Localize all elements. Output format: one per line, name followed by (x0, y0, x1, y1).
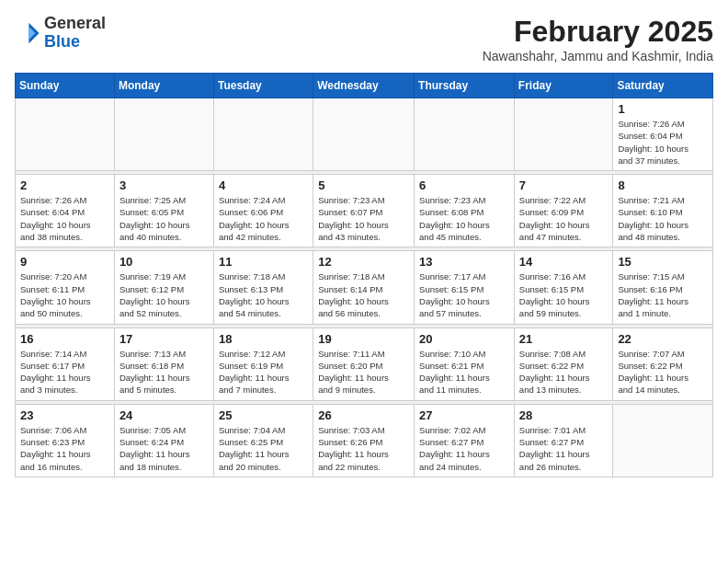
calendar-cell: 2Sunrise: 7:26 AM Sunset: 6:04 PM Daylig… (16, 175, 115, 247)
day-number: 23 (20, 408, 109, 422)
calendar-cell: 23Sunrise: 7:06 AM Sunset: 6:23 PM Dayli… (16, 404, 115, 477)
day-info: Sunrise: 7:07 AM Sunset: 6:22 PM Dayligh… (618, 348, 708, 396)
day-info: Sunrise: 7:19 AM Sunset: 6:12 PM Dayligh… (119, 270, 209, 319)
weekday-header-saturday: Saturday (613, 74, 713, 98)
weekday-header-tuesday: Tuesday (213, 74, 313, 98)
day-info: Sunrise: 7:15 AM Sunset: 6:16 PM Dayligh… (618, 270, 708, 319)
logo-icon (15, 20, 40, 46)
day-number: 5 (318, 178, 409, 192)
calendar-cell: 9Sunrise: 7:20 AM Sunset: 6:11 PM Daylig… (16, 251, 115, 324)
calendar-cell (16, 98, 115, 171)
calendar-cell: 26Sunrise: 7:03 AM Sunset: 6:26 PM Dayli… (313, 404, 415, 477)
day-number: 24 (119, 408, 209, 422)
day-number: 9 (20, 255, 109, 269)
calendar-cell: 19Sunrise: 7:11 AM Sunset: 6:20 PM Dayli… (313, 327, 415, 400)
calendar-cell: 7Sunrise: 7:22 AM Sunset: 6:09 PM Daylig… (514, 175, 613, 247)
calendar-cell: 12Sunrise: 7:18 AM Sunset: 6:14 PM Dayli… (313, 251, 415, 324)
calendar-cell (415, 98, 515, 171)
calendar-table: SundayMondayTuesdayWednesdayThursdayFrid… (15, 73, 713, 477)
day-info: Sunrise: 7:21 AM Sunset: 6:10 PM Dayligh… (618, 194, 708, 243)
day-info: Sunrise: 7:10 AM Sunset: 6:21 PM Dayligh… (419, 348, 509, 396)
logo-general: General (44, 14, 106, 32)
calendar-cell (313, 98, 415, 171)
calendar-cell: 25Sunrise: 7:04 AM Sunset: 6:25 PM Dayli… (213, 404, 313, 477)
day-number: 13 (419, 255, 509, 269)
day-number: 3 (119, 178, 209, 192)
day-number: 26 (318, 408, 409, 422)
calendar-cell: 15Sunrise: 7:15 AM Sunset: 6:16 PM Dayli… (613, 251, 713, 324)
month-year: February 2025 (483, 15, 713, 49)
calendar-cell: 6Sunrise: 7:23 AM Sunset: 6:08 PM Daylig… (415, 175, 515, 247)
day-number: 1 (618, 102, 708, 116)
day-number: 21 (519, 332, 609, 346)
day-info: Sunrise: 7:13 AM Sunset: 6:18 PM Dayligh… (119, 348, 209, 396)
calendar-cell: 27Sunrise: 7:02 AM Sunset: 6:27 PM Dayli… (415, 404, 515, 477)
day-info: Sunrise: 7:26 AM Sunset: 6:04 PM Dayligh… (618, 118, 708, 167)
day-info: Sunrise: 7:06 AM Sunset: 6:23 PM Dayligh… (20, 424, 109, 473)
calendar-cell: 28Sunrise: 7:01 AM Sunset: 6:27 PM Dayli… (514, 404, 613, 477)
week-row-1: 1Sunrise: 7:26 AM Sunset: 6:04 PM Daylig… (16, 98, 713, 171)
calendar-cell: 24Sunrise: 7:05 AM Sunset: 6:24 PM Dayli… (114, 404, 213, 477)
day-info: Sunrise: 7:02 AM Sunset: 6:27 PM Dayligh… (419, 424, 509, 473)
calendar-cell: 8Sunrise: 7:21 AM Sunset: 6:10 PM Daylig… (613, 175, 713, 247)
day-number: 11 (219, 255, 308, 269)
day-number: 8 (618, 178, 708, 192)
day-number: 12 (318, 255, 409, 269)
weekday-header-monday: Monday (114, 74, 213, 98)
week-row-3: 9Sunrise: 7:20 AM Sunset: 6:11 PM Daylig… (16, 251, 713, 324)
day-info: Sunrise: 7:26 AM Sunset: 6:04 PM Dayligh… (20, 194, 109, 243)
day-info: Sunrise: 7:04 AM Sunset: 6:25 PM Dayligh… (219, 424, 308, 473)
weekday-header-row: SundayMondayTuesdayWednesdayThursdayFrid… (16, 74, 713, 98)
day-number: 27 (419, 408, 509, 422)
location: Nawanshahr, Jammu and Kashmir, India (483, 49, 713, 63)
calendar-cell: 11Sunrise: 7:18 AM Sunset: 6:13 PM Dayli… (213, 251, 313, 324)
day-number: 7 (519, 178, 609, 192)
day-number: 14 (519, 255, 609, 269)
calendar-cell: 13Sunrise: 7:17 AM Sunset: 6:15 PM Dayli… (415, 251, 515, 324)
day-number: 16 (20, 332, 109, 346)
day-info: Sunrise: 7:01 AM Sunset: 6:27 PM Dayligh… (519, 424, 609, 473)
day-number: 4 (219, 178, 308, 192)
calendar-cell: 3Sunrise: 7:25 AM Sunset: 6:05 PM Daylig… (114, 175, 213, 247)
weekday-header-friday: Friday (514, 74, 613, 98)
day-number: 25 (219, 408, 308, 422)
day-info: Sunrise: 7:20 AM Sunset: 6:11 PM Dayligh… (20, 270, 109, 319)
calendar-cell: 21Sunrise: 7:08 AM Sunset: 6:22 PM Dayli… (514, 327, 613, 400)
title-block: February 2025 Nawanshahr, Jammu and Kash… (483, 15, 713, 63)
week-row-4: 16Sunrise: 7:14 AM Sunset: 6:17 PM Dayli… (16, 327, 713, 400)
week-row-5: 23Sunrise: 7:06 AM Sunset: 6:23 PM Dayli… (16, 404, 713, 477)
logo: General Blue (15, 15, 106, 52)
day-info: Sunrise: 7:14 AM Sunset: 6:17 PM Dayligh… (20, 348, 109, 396)
logo-text: General Blue (44, 15, 106, 52)
weekday-header-sunday: Sunday (16, 74, 115, 98)
calendar-cell: 14Sunrise: 7:16 AM Sunset: 6:15 PM Dayli… (514, 251, 613, 324)
day-info: Sunrise: 7:23 AM Sunset: 6:07 PM Dayligh… (318, 194, 409, 243)
day-info: Sunrise: 7:23 AM Sunset: 6:08 PM Dayligh… (419, 194, 509, 243)
calendar-cell: 16Sunrise: 7:14 AM Sunset: 6:17 PM Dayli… (16, 327, 115, 400)
day-info: Sunrise: 7:22 AM Sunset: 6:09 PM Dayligh… (519, 194, 609, 243)
day-info: Sunrise: 7:24 AM Sunset: 6:06 PM Dayligh… (219, 194, 308, 243)
day-info: Sunrise: 7:05 AM Sunset: 6:24 PM Dayligh… (119, 424, 209, 473)
day-number: 18 (219, 332, 308, 346)
day-info: Sunrise: 7:16 AM Sunset: 6:15 PM Dayligh… (519, 270, 609, 319)
calendar-cell (514, 98, 613, 171)
day-number: 10 (119, 255, 209, 269)
day-info: Sunrise: 7:11 AM Sunset: 6:20 PM Dayligh… (318, 348, 409, 396)
day-number: 17 (119, 332, 209, 346)
day-number: 6 (419, 178, 509, 192)
day-number: 2 (20, 178, 109, 192)
calendar-cell: 22Sunrise: 7:07 AM Sunset: 6:22 PM Dayli… (613, 327, 713, 400)
calendar-cell: 17Sunrise: 7:13 AM Sunset: 6:18 PM Dayli… (114, 327, 213, 400)
calendar-cell (114, 98, 213, 171)
day-info: Sunrise: 7:18 AM Sunset: 6:14 PM Dayligh… (318, 270, 409, 319)
calendar-cell: 1Sunrise: 7:26 AM Sunset: 6:04 PM Daylig… (613, 98, 713, 171)
calendar-cell: 4Sunrise: 7:24 AM Sunset: 6:06 PM Daylig… (213, 175, 313, 247)
week-row-2: 2Sunrise: 7:26 AM Sunset: 6:04 PM Daylig… (16, 175, 713, 247)
day-info: Sunrise: 7:08 AM Sunset: 6:22 PM Dayligh… (519, 348, 609, 396)
calendar-cell: 5Sunrise: 7:23 AM Sunset: 6:07 PM Daylig… (313, 175, 415, 247)
day-number: 28 (519, 408, 609, 422)
day-info: Sunrise: 7:12 AM Sunset: 6:19 PM Dayligh… (219, 348, 308, 396)
weekday-header-wednesday: Wednesday (313, 74, 415, 98)
calendar-cell: 10Sunrise: 7:19 AM Sunset: 6:12 PM Dayli… (114, 251, 213, 324)
weekday-header-thursday: Thursday (415, 74, 515, 98)
